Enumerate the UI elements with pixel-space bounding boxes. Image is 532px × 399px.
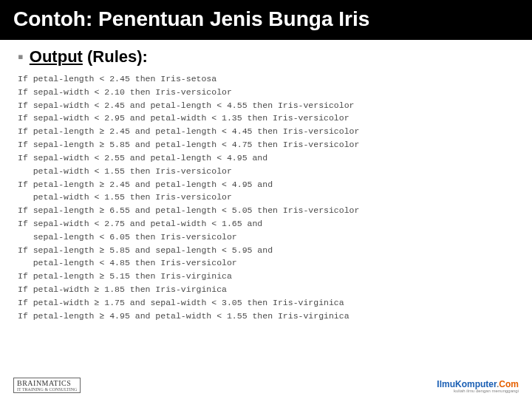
rules-listing: If petal-length < 2.45 then Iris-setosa … <box>0 72 532 322</box>
footer-left-brand: BRAINMATICS <box>17 379 71 387</box>
subtitle-rest: (Rules): <box>83 47 148 66</box>
brand-part-com: Com <box>499 379 519 389</box>
brand-part-ilmu: Ilmu <box>437 379 455 389</box>
slide-title: Contoh: Penentuan Jenis Bunga Iris <box>0 0 532 40</box>
footer: BRAINMATICS IT TRAINING & CONSULTING Ilm… <box>13 378 519 393</box>
subtitle-underline: Output <box>30 47 83 66</box>
footer-right-brand: IlmuKomputer.Com <box>437 380 519 389</box>
footer-right-logo: IlmuKomputer.Com kuliah ilmu dengan menu… <box>437 380 519 393</box>
bullet-icon: ▪ <box>18 47 24 66</box>
slide-subtitle: ▪Output (Rules): <box>0 40 532 72</box>
footer-left-logo: BRAINMATICS IT TRAINING & CONSULTING <box>13 378 81 393</box>
brand-part-komputer: Komputer <box>455 379 497 389</box>
footer-left-tagline: IT TRAINING & CONSULTING <box>17 387 77 392</box>
